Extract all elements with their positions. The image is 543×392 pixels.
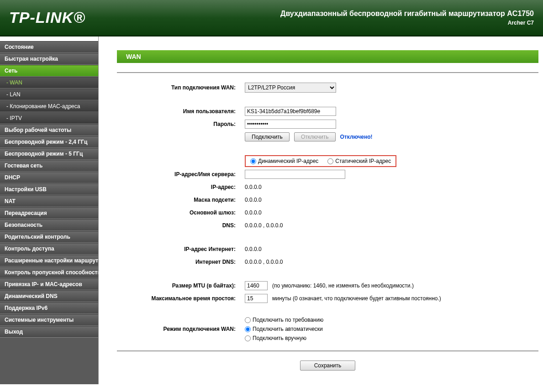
- nav-item[interactable]: Быстрая настройка: [0, 53, 98, 65]
- nav-item[interactable]: Состояние: [0, 41, 98, 53]
- username-input[interactable]: [245, 107, 336, 116]
- nav-item[interactable]: Расширенные настройки маршрутизации: [0, 255, 98, 267]
- nav-item[interactable]: Выбор рабочей частоты: [0, 124, 98, 136]
- nav-item[interactable]: - Клонирование MAC-адреса: [0, 100, 98, 112]
- save-button[interactable]: Сохранить: [300, 361, 356, 371]
- nav-item[interactable]: Выход: [0, 326, 98, 338]
- label-wan-type: Тип подключения WAN:: [117, 84, 245, 91]
- radio-dynamic-ip[interactable]: Динамический IP-адрес: [250, 158, 318, 164]
- header-info: Двухдиапазонный беспроводной гигабитный …: [280, 10, 534, 26]
- radio-on-demand[interactable]: Подключить по требованию: [245, 317, 323, 323]
- nav-item[interactable]: Родительский контроль: [0, 231, 98, 243]
- page-title: WAN: [117, 50, 538, 63]
- nav-item[interactable]: Гостевая сеть: [0, 160, 98, 172]
- nav-item[interactable]: Привязка IP- и MAC-адресов: [0, 278, 98, 290]
- nav-item[interactable]: Настройки USB: [0, 183, 98, 195]
- label-idle: Максимальное время простоя:: [117, 295, 245, 302]
- nav-item[interactable]: Контроль пропускной способности: [0, 267, 98, 278]
- radio-static-ip-input[interactable]: [327, 158, 333, 164]
- nav-item[interactable]: NAT: [0, 195, 98, 207]
- label-password: Пароль:: [117, 121, 245, 127]
- divider: [117, 350, 538, 351]
- nav-item[interactable]: Сеть: [0, 65, 98, 77]
- header: TP-LINK® Двухдиапазонный беспроводной ги…: [0, 0, 543, 37]
- radio-dynamic-ip-input[interactable]: [250, 158, 256, 164]
- server-input[interactable]: [245, 170, 345, 179]
- radio-manual[interactable]: Подключить вручную: [245, 335, 306, 341]
- nav-item[interactable]: Переадресация: [0, 207, 98, 219]
- label-netmask: Маска подсети:: [117, 197, 245, 203]
- label-username: Имя пользователя:: [117, 108, 245, 115]
- nav-item[interactable]: Контроль доступа: [0, 243, 98, 255]
- nav-item[interactable]: - WAN: [0, 77, 98, 89]
- ip-value: 0.0.0.0: [245, 184, 262, 190]
- sidebar: СостояниеБыстрая настройкаСеть- WAN- LAN…: [0, 37, 99, 384]
- label-ip: IP-адрес:: [117, 184, 245, 190]
- label-dns: DNS:: [117, 222, 245, 229]
- label-conn-mode: Режим подключения WAN:: [117, 326, 245, 332]
- radio-auto-input[interactable]: [245, 326, 251, 332]
- gateway-value: 0.0.0.0: [245, 209, 262, 216]
- mtu-input[interactable]: [245, 281, 268, 290]
- label-internet-dns: Интернет DNS:: [117, 259, 245, 265]
- nav-item[interactable]: - LAN: [0, 89, 98, 100]
- wan-type-select[interactable]: L2TP/L2TP Россия: [245, 83, 336, 93]
- mtu-hint: (по умолчанию: 1460, не изменять без нео…: [272, 282, 414, 289]
- disconnect-button[interactable]: Отключить: [294, 132, 336, 141]
- nav-item[interactable]: Беспроводной режим - 2,4 ГГц: [0, 136, 98, 148]
- password-input[interactable]: [245, 120, 336, 129]
- dns-value: 0.0.0.0 , 0.0.0.0: [245, 222, 283, 229]
- content: WAN Тип подключения WAN: L2TP/L2TP Росси…: [99, 37, 543, 384]
- label-server: IP-адрес/Имя сервера:: [117, 171, 245, 178]
- nav-item[interactable]: DHCP: [0, 172, 98, 183]
- divider: [117, 72, 538, 73]
- label-mtu: Размер MTU (в байтах):: [117, 282, 245, 289]
- idle-input[interactable]: [245, 294, 268, 303]
- idle-hint: минуты (0 означает, что подключение буде…: [272, 295, 441, 302]
- netmask-value: 0.0.0.0: [245, 197, 262, 203]
- nav-item[interactable]: Безопасность: [0, 219, 98, 231]
- internet-ip-value: 0.0.0.0: [245, 246, 262, 252]
- nav-item[interactable]: Поддержка IPv6: [0, 302, 98, 314]
- label-internet-ip: IP-адрес Интернет:: [117, 246, 245, 252]
- ip-mode-group: Динамический IP-адрес Статический IP-адр…: [245, 155, 396, 167]
- nav-item[interactable]: Системные инструменты: [0, 314, 98, 326]
- nav-item[interactable]: Беспроводной режим - 5 ГГц: [0, 148, 98, 160]
- radio-manual-input[interactable]: [245, 335, 251, 341]
- header-model: Archer C7: [280, 20, 534, 26]
- nav-item[interactable]: - IPTV: [0, 112, 98, 124]
- radio-auto[interactable]: Подключить автоматически: [245, 326, 323, 332]
- nav-item[interactable]: Динамический DNS: [0, 290, 98, 302]
- radio-static-ip[interactable]: Статический IP-адрес: [327, 158, 391, 164]
- connection-status: Отключено!: [340, 134, 373, 140]
- logo: TP-LINK®: [9, 9, 85, 26]
- radio-on-demand-input[interactable]: [245, 317, 251, 323]
- internet-dns-value: 0.0.0.0 , 0.0.0.0: [245, 259, 283, 265]
- label-gateway: Основной шлюз:: [117, 209, 245, 216]
- header-title: Двухдиапазонный беспроводной гигабитный …: [280, 10, 534, 18]
- connect-button[interactable]: Подключить: [245, 132, 290, 141]
